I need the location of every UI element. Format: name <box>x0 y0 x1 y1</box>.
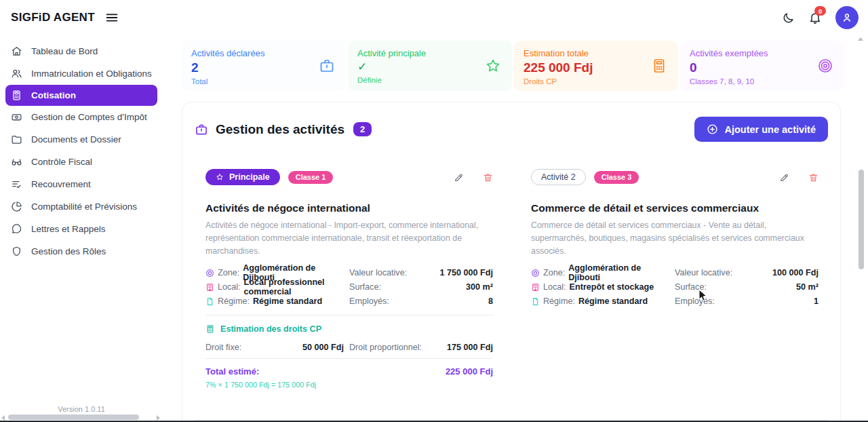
badges-row: Activité 2 Classe 3 <box>531 169 818 185</box>
sidebar-item-documents[interactable]: Documents et Dossier <box>0 128 176 151</box>
sidebar-nav: Tableau de Bord Immatriculation et Oblig… <box>0 35 176 263</box>
delete-trash-icon[interactable] <box>808 172 818 183</box>
top-header: SIGFiD AGENT 0 <box>0 0 868 35</box>
sidebar-item-tableau-de-bord[interactable]: Tableau de Bord <box>0 40 176 62</box>
estimation-formula: 7% × 1 750 000 Fdj = 175 000 Fdj <box>205 381 493 389</box>
folder-icon <box>11 134 22 145</box>
sidebar-item-recouvrement[interactable]: Recouvrement <box>0 173 176 195</box>
divider <box>205 358 493 359</box>
droit-fixe-value: 50 000 Fdj <box>302 343 344 352</box>
activity-details: Zone: Agglomération de Djibouti Valeur l… <box>205 266 493 309</box>
scroll-left-arrow-icon[interactable] <box>1 415 5 421</box>
banknote-icon <box>11 111 22 123</box>
briefcase-icon <box>319 58 335 74</box>
employes-label: Employés: <box>349 296 389 306</box>
building-icon <box>531 283 540 292</box>
hamburger-menu-icon[interactable] <box>104 10 119 25</box>
activity-cards-row: Principale Classe 1 Activités de négoce … <box>205 169 817 389</box>
activity-number-badge: Activité 2 <box>531 169 586 185</box>
list-check-icon <box>11 178 22 190</box>
edit-pencil-icon[interactable] <box>454 172 464 183</box>
users-icon <box>11 68 22 79</box>
sidebar-item-label: Gestion des Rôles <box>31 246 106 256</box>
chat-bubble-icon <box>11 223 22 235</box>
activity-description: Commerce de détail et services commercia… <box>531 219 818 258</box>
detail-row: Local: Local professionnel commercial Su… <box>205 280 493 294</box>
delete-trash-icon[interactable] <box>483 172 493 183</box>
stats-row: Activités déclarées 2 Total Activité pri… <box>182 41 844 91</box>
sidebar-item-lettres[interactable]: Lettres et Rappels <box>0 218 176 240</box>
zone-label: Zone: <box>543 268 565 277</box>
stat-label: Activité principale <box>357 48 501 58</box>
panel-header: Gestion des activités 2 Ajouter une acti… <box>195 117 828 142</box>
classe-badge: Classe 3 <box>594 171 639 184</box>
sidebar-item-gestion-roles[interactable]: Gestion des Rôles <box>0 240 176 263</box>
regime-value: Régime standard <box>253 296 322 306</box>
surface-value: 50 m² <box>796 282 818 292</box>
sidebar-item-cotisation[interactable]: Cotisation <box>5 85 157 106</box>
detail-row: Régime: Régime standard Employés: 8 <box>205 294 493 309</box>
employes-value: 8 <box>488 296 493 306</box>
notification-count-badge: 0 <box>814 6 826 16</box>
employes-value: 1 <box>814 296 818 306</box>
zone-label: Zone: <box>218 268 239 277</box>
regime-value: Régime standard <box>578 296 648 306</box>
sidebar-item-comptes-impot[interactable]: Gestion de Comptes d'Impôt <box>0 106 176 128</box>
document-icon <box>531 297 540 306</box>
badges-row: Principale Classe 1 <box>205 169 493 185</box>
activity-card-2: Activité 2 Classe 3 Commerce de détail e… <box>531 169 818 389</box>
notifications-button[interactable]: 0 <box>808 11 822 24</box>
sidebar-item-label: Lettres et Rappels <box>31 224 106 234</box>
detail-row: Zone: Agglomération de Djibouti Valeur l… <box>531 266 818 280</box>
main-content: Activités déclarées 2 Total Activité pri… <box>176 35 868 422</box>
stat-value: 0 <box>690 60 833 75</box>
total-value: 225 000 Fdj <box>446 366 493 377</box>
scroll-right-arrow-icon[interactable] <box>157 415 160 421</box>
valeur-locative-label: Valeur locative: <box>675 268 732 277</box>
sidebar-item-comptabilite[interactable]: Comptabilité et Prévisions <box>0 195 176 218</box>
person-icon <box>841 12 853 24</box>
dark-mode-moon-icon[interactable] <box>782 12 795 24</box>
scroll-up-arrow-icon[interactable] <box>858 37 863 41</box>
droit-proportionnel-label: Droit proportionnel: <box>349 343 422 352</box>
vertical-scrollbar-thumb[interactable] <box>859 170 864 269</box>
horizontal-scrollbar-thumb[interactable] <box>8 415 139 420</box>
brand-logo: SIGFiD AGENT <box>11 11 95 24</box>
activity-title: Activités de négoce international <box>205 202 493 214</box>
stat-card-activites-declarees: Activités déclarées 2 Total <box>182 41 346 91</box>
zone-target-icon <box>531 269 540 277</box>
edit-pencil-icon[interactable] <box>779 172 789 183</box>
total-row: Total estimé: 225 000 Fdj <box>205 366 493 377</box>
stat-card-activites-exemptees: Activités exemptées 0 Classes 7, 8, 9, 1… <box>680 41 844 91</box>
detail-row: Local: Entrepôt et stockage Surface: 50 … <box>531 280 818 294</box>
user-avatar[interactable] <box>835 6 859 29</box>
calculator-icon <box>205 324 215 334</box>
stat-card-estimation-totale: Estimation totale 225 000 Fdj Droits CP <box>514 41 678 91</box>
horizontal-scrollbar[interactable] <box>0 414 163 421</box>
sidebar-item-label: Immatriculation et Obligations <box>31 69 152 79</box>
divider <box>205 315 493 315</box>
star-icon <box>216 173 224 181</box>
pie-chart-icon <box>11 201 22 212</box>
add-activity-button-label: Ajouter une activité <box>724 124 816 135</box>
local-label: Local: <box>543 282 566 292</box>
shield-icon <box>11 246 22 257</box>
employes-label: Employés: <box>675 296 715 306</box>
activities-count-badge: 2 <box>353 122 372 136</box>
app-version: Version 1.0.11 <box>0 405 163 413</box>
droits-row: Droit fixe: 50 000 Fdj Droit proportionn… <box>205 343 493 352</box>
zone-target-icon <box>205 269 214 277</box>
sidebar-item-label: Tableau de Bord <box>31 46 98 56</box>
home-icon <box>11 45 22 57</box>
add-activity-button[interactable]: Ajouter une activité <box>694 117 828 142</box>
building-icon <box>205 283 214 292</box>
valeur-locative-value: 1 750 000 Fdj <box>440 268 493 277</box>
calculator-icon <box>651 58 667 74</box>
sidebar-item-immatriculation[interactable]: Immatriculation et Obligations <box>0 62 176 85</box>
surface-value: 300 m² <box>466 282 493 292</box>
card-actions <box>779 172 818 183</box>
sidebar-item-label: Documents et Dossier <box>31 134 121 145</box>
droit-proportionnel-value: 175 000 Fdj <box>447 343 493 352</box>
sidebar-item-controle-fiscal[interactable]: Contrôle Fiscal <box>0 151 176 173</box>
document-icon <box>205 297 214 306</box>
